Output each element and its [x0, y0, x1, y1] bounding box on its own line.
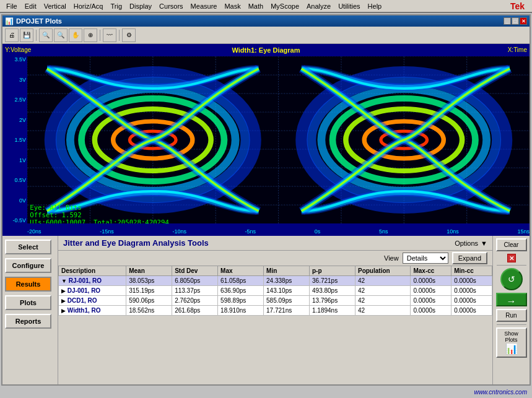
cursor-button[interactable]: ⊕	[84, 28, 97, 42]
expand-button[interactable]: Expand	[452, 252, 487, 264]
options-arrow[interactable]: ▼	[481, 240, 487, 247]
scope-y-label: Y:Voltage	[5, 46, 31, 53]
app-title: DPOJET Plots	[16, 17, 62, 25]
col-description: Description	[59, 266, 126, 276]
table-row[interactable]: ▶ DJ-001, RO 315.19ps 113.37ps 636.90ps …	[59, 286, 492, 296]
cell-mean: 315.19ps	[126, 286, 172, 296]
expand-icon[interactable]: ▼	[61, 278, 67, 284]
show-plots-button[interactable]: Show Plots 📊	[496, 327, 527, 358]
results-button[interactable]: Results	[5, 277, 51, 292]
table-row[interactable]: ▶ DCD1, RO 590.06ps 2.7620ps 598.89ps 58…	[59, 296, 492, 306]
y-label-15: 1.5V	[4, 137, 26, 143]
select-button[interactable]: Select	[5, 240, 51, 254]
waveform-button[interactable]: 〰	[103, 28, 116, 42]
col-stddev: Std Dev	[172, 266, 218, 276]
eye-diagram-svg: Eye: All Bits Offset: 1.592 UIs:6000:100…	[27, 56, 530, 223]
cell-description: ▶ DCD1, RO	[59, 296, 126, 306]
menu-item-myscope[interactable]: MyScope	[267, 2, 303, 11]
x-label-n20: -20ns	[27, 228, 41, 235]
main-content: Jitter and Eye Diagram Analysis Tools Op…	[58, 236, 492, 384]
cell-max: 61.058ps	[218, 276, 264, 286]
reports-button[interactable]: Reports	[5, 314, 51, 329]
cell-maxcc: 0.0000s	[411, 276, 451, 286]
cell-mean: 590.06ps	[126, 296, 172, 306]
eye-diagram-canvas: Eye: All Bits Offset: 1.592 UIs:6000:100…	[27, 56, 530, 223]
col-mean: Mean	[126, 266, 172, 276]
menu-item-mask[interactable]: Mask	[220, 2, 244, 11]
zoom-out-button[interactable]: 🔍	[54, 28, 68, 42]
menu-item-display[interactable]: Display	[126, 2, 155, 11]
save-button[interactable]: 💾	[20, 28, 33, 42]
expand-icon[interactable]: ▶	[61, 288, 66, 294]
app-window: 📊 DPOJET Plots _ □ ✕ 🖨 💾 🔍 🔍 ✋ ⊕ 〰 ⚙ Y:V…	[1, 14, 531, 386]
view-bar: View Details Summary Expand	[58, 251, 492, 266]
col-min: Min	[264, 266, 310, 276]
svg-text:UIs:6000:10007, Total:205028:4: UIs:6000:10007, Total:205028:420294	[30, 218, 169, 223]
y-label-n05: -0.5V	[4, 217, 26, 223]
recalc-button[interactable]: ↺	[500, 268, 523, 290]
expand-icon[interactable]: ▶	[61, 308, 66, 314]
close-x-button[interactable]: ✕	[507, 254, 516, 262]
menu-item-vertical[interactable]: Vertical	[40, 2, 70, 11]
svg-text:Offset: 1.592: Offset: 1.592	[30, 211, 81, 218]
menu-item-math[interactable]: Math	[245, 2, 267, 11]
settings-button[interactable]: ⚙	[122, 28, 136, 42]
clear-button[interactable]: Clear	[496, 238, 527, 251]
x-label-n10: -10ns	[172, 228, 186, 235]
menu-item-measure[interactable]: Measure	[187, 2, 221, 11]
cell-mincc: 0.0000s	[451, 276, 492, 286]
menu-item-horiz-acq[interactable]: Horiz/Acq	[70, 2, 107, 11]
menu-item-cursors[interactable]: Cursors	[155, 2, 187, 11]
bottom-panel: Select Configure Results Plots Reports J…	[2, 236, 530, 384]
minimize-button[interactable]: _	[504, 17, 511, 25]
cell-population: 42	[355, 296, 410, 306]
print-button[interactable]: 🖨	[5, 28, 19, 42]
x-label-5: 5ns	[379, 228, 388, 235]
pan-button[interactable]: ✋	[69, 28, 82, 42]
expand-icon[interactable]: ▶	[61, 298, 66, 304]
cell-population: 42	[355, 276, 410, 286]
menu-item-edit[interactable]: Edit	[21, 2, 40, 11]
cell-maxcc: 0.0000s	[411, 306, 451, 316]
run-button[interactable]: Run	[496, 309, 527, 322]
view-select[interactable]: Details Summary	[403, 253, 448, 264]
menu-item-utilities[interactable]: Utilities	[334, 2, 364, 11]
close-button[interactable]: ✕	[520, 17, 527, 25]
plots-button[interactable]: Plots	[5, 295, 51, 310]
x-axis-labels: -20ns -15ns -10ns -5ns 0s 5ns 10ns 15ns	[27, 228, 530, 235]
data-table-container: Description Mean Std Dev Max Min p-p Pop…	[58, 266, 492, 316]
cell-mean: 18.562ns	[126, 306, 172, 316]
menu-item-help[interactable]: Help	[364, 2, 386, 11]
cell-min: 143.10ps	[264, 286, 310, 296]
single-button[interactable]: →	[496, 293, 527, 306]
cell-stddev: 6.8050ps	[172, 276, 218, 286]
panel-options: Options ▼	[455, 240, 487, 247]
menu-item-analyze[interactable]: Analyze	[303, 2, 334, 11]
cell-pp: 36.721ps	[310, 276, 355, 286]
table-row[interactable]: ▼ RJ-001, RO 38.053ps 6.8050ps 61.058ps …	[59, 276, 492, 286]
y-label-05: 0.5V	[4, 177, 26, 183]
zoom-in-button[interactable]: 🔍	[39, 28, 53, 42]
cell-max: 636.90ps	[218, 286, 264, 296]
options-label: Options	[455, 240, 478, 247]
x-label-n5: -5ns	[245, 228, 256, 235]
cell-min: 17.721ns	[264, 306, 310, 316]
configure-button[interactable]: Configure	[5, 258, 51, 273]
app-title-bar: 📊 DPOJET Plots _ □ ✕	[2, 15, 530, 27]
cell-maxcc: 0.0000s	[411, 286, 451, 296]
y-label-1: 1V	[4, 157, 26, 163]
col-max: Max	[218, 266, 264, 276]
maximize-button[interactable]: □	[512, 17, 519, 25]
x-label-15: 15ns	[517, 228, 530, 235]
panel-header: Jitter and Eye Diagram Analysis Tools Op…	[58, 236, 492, 251]
cell-max: 18.910ns	[218, 306, 264, 316]
x-label-0: 0s	[315, 228, 321, 235]
cell-min: 585.09ps	[264, 296, 310, 306]
right-sidebar: Clear ✕ ↺ → Run Show Plots 📊	[492, 236, 530, 384]
y-label-3: 3V	[4, 77, 26, 83]
scope-title: Width1: Eye Diagram	[232, 46, 300, 54]
menu-item-trig[interactable]: Trig	[107, 2, 126, 11]
col-maxcc: Max-cc	[411, 266, 451, 276]
menu-item-file[interactable]: File	[2, 2, 21, 11]
table-row[interactable]: ▶ Width1, RO 18.562ns 261.68ps 18.910ns …	[59, 306, 492, 316]
